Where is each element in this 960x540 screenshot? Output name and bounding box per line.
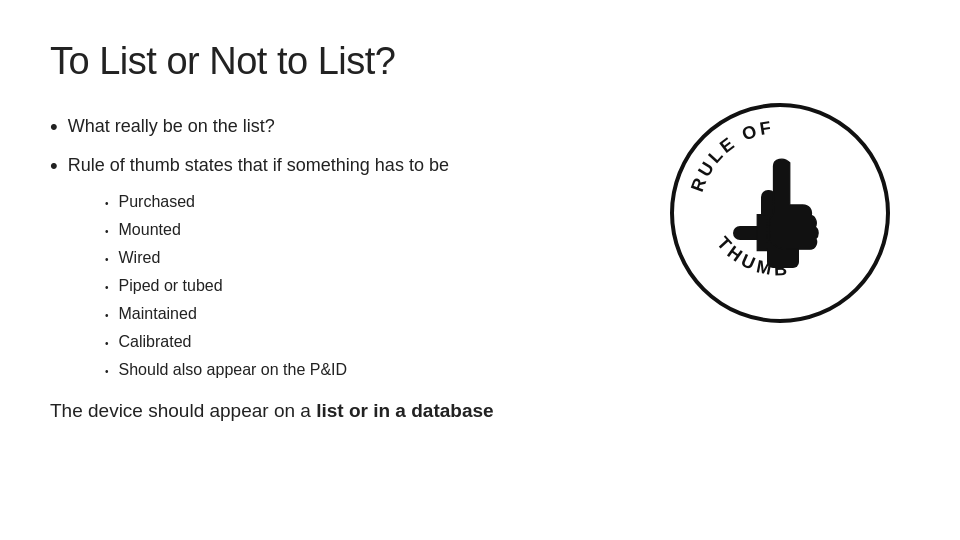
footer-bold: list or in a database	[316, 400, 493, 421]
sub-bullet-wired-text: Wired	[119, 246, 161, 270]
rule-of-thumb-image: RULE OF THUMB	[670, 103, 890, 323]
text-section: • What really be on the list? • Rule of …	[50, 113, 670, 422]
sub-bullet-purchased-text: Purchased	[119, 190, 196, 214]
sub-bullet-piped-text: Piped or tubed	[119, 274, 223, 298]
slide: To List or Not to List? • What really be…	[0, 0, 960, 540]
sub-bullet-purchased: • Purchased	[105, 190, 670, 214]
main-content: • What really be on the list? • Rule of …	[50, 113, 910, 422]
sub-bullet-wired: • Wired	[105, 246, 670, 270]
main-bullet-2: • Rule of thumb states that if something…	[50, 152, 670, 181]
sub-bullet-pid: • Should also appear on the P&ID	[105, 358, 670, 382]
sub-bullets-list: • Purchased • Mounted • Wired • Piped or…	[105, 190, 670, 382]
bullet-dot-2: •	[50, 152, 58, 181]
sub-dot-5: •	[105, 308, 109, 323]
sub-bullet-calibrated-text: Calibrated	[119, 330, 192, 354]
main-bullet-1-text: What really be on the list?	[68, 113, 275, 139]
footer-text: The device should appear on a list or in…	[50, 400, 670, 422]
sub-bullet-mounted-text: Mounted	[119, 218, 181, 242]
bullet-dot-1: •	[50, 113, 58, 142]
footer-prefix: The device should appear on a	[50, 400, 316, 421]
sub-dot-7: •	[105, 364, 109, 379]
sub-dot-6: •	[105, 336, 109, 351]
sub-bullet-piped: • Piped or tubed	[105, 274, 670, 298]
sub-bullet-pid-text: Should also appear on the P&ID	[119, 358, 348, 382]
sub-bullet-mounted: • Mounted	[105, 218, 670, 242]
sub-bullet-maintained: • Maintained	[105, 302, 670, 326]
sub-dot-3: •	[105, 252, 109, 267]
sub-dot-1: •	[105, 196, 109, 211]
sub-bullet-calibrated: • Calibrated	[105, 330, 670, 354]
main-bullet-1: • What really be on the list?	[50, 113, 670, 142]
sub-dot-2: •	[105, 224, 109, 239]
sub-dot-4: •	[105, 280, 109, 295]
main-bullet-2-text: Rule of thumb states that if something h…	[68, 152, 449, 178]
sub-bullet-maintained-text: Maintained	[119, 302, 197, 326]
slide-title: To List or Not to List?	[50, 40, 910, 83]
